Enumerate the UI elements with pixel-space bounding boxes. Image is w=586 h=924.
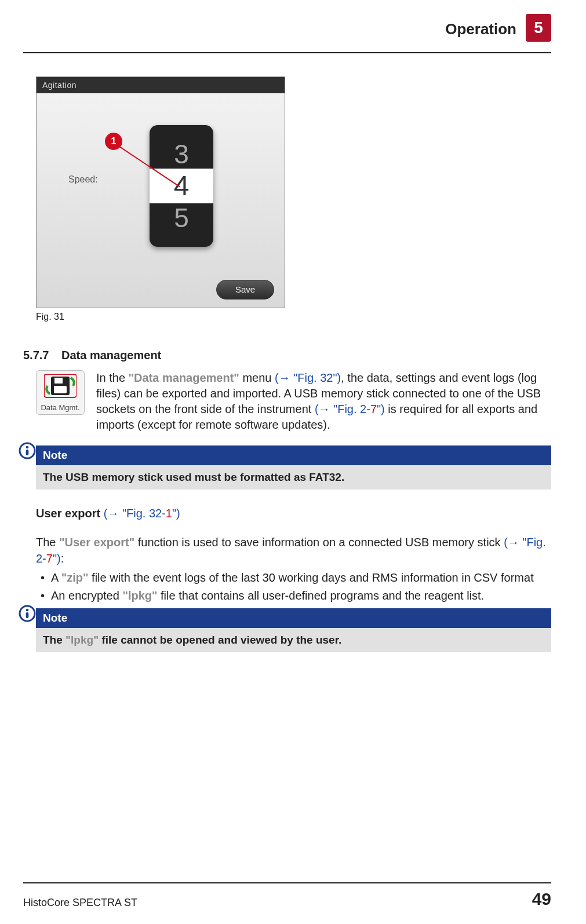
svg-rect-2 [54,378,63,384]
text: The [36,536,59,549]
svg-rect-7 [26,450,29,455]
list-item: An encrypted "lpkg" file that contains a… [41,587,551,605]
note-body: The USB memory stick used must be format… [36,465,551,490]
speed-label: Speed: [68,174,98,185]
panel-body: Speed: 3 4 5 1 Save [37,93,285,308]
section-number: 5.7.7 [23,349,53,362]
note-header: Note [36,445,551,465]
note-header: Note [36,608,551,628]
product-name: HistoCore SPECTRA ST [23,897,137,909]
data-mgmt-icon: Data Mgmt. [36,370,85,415]
text: ") [172,507,180,520]
user-export-paragraph: The "User export" function is used to sa… [36,534,551,567]
page-footer: HistoCore SPECTRA ST 49 [23,882,551,909]
term-zip: "zip" [61,571,89,584]
header-rule [23,52,551,53]
svg-rect-10 [26,612,29,618]
term-lpkg-2: "lpkg" [65,634,99,646]
info-icon [19,442,36,459]
xref-fig-2-7[interactable]: (→ "Fig. 2-7") [315,403,385,415]
list-item: A "zip" file with the event logs of the … [41,569,551,587]
text: menu [239,371,275,384]
page-header: Operation 5 [23,17,551,46]
text: function is used to save information on … [134,536,504,549]
text: file with the event logs of the last 30 … [89,571,534,584]
text: (→ "Fig. 2- [315,403,370,415]
figure-caption: Fig. 31 [36,312,551,322]
text: file cannot be opened and viewed by the … [99,634,341,646]
dial-value-next: 5 [150,203,213,232]
svg-rect-3 [54,386,67,393]
svg-point-9 [26,609,29,612]
bullet-list: A "zip" file with the event logs of the … [41,569,551,605]
save-button[interactable]: Save [216,280,274,300]
text: : [61,552,64,565]
text: 7 [370,403,377,415]
data-mgmt-icon-label: Data Mgmt. [39,403,82,412]
term-data-management: "Data management" [129,371,239,384]
note-block-2: Note The "lpkg" file cannot be opened an… [36,608,551,652]
dial-value-prev: 3 [150,140,213,169]
text: (→ "Fig. 32- [100,507,166,520]
floppy-icon [44,374,77,401]
callout-badge-1: 1 [105,133,122,150]
note-block-1: Note The USB memory stick used must be f… [36,445,551,490]
term-user-export: "User export" [59,536,134,549]
intro-paragraph: In the "Data management" menu (→ "Fig. 3… [96,370,551,433]
xref-fig-32-1[interactable]: (→ "Fig. 32-1") [100,507,180,520]
xref-fig-32[interactable]: (→ "Fig. 32") [275,371,341,384]
text: An encrypted [51,589,122,602]
intro-row: Data Mgmt. In the "Data management" menu… [36,370,551,433]
text: ") [53,552,61,565]
user-export-heading: User export (→ "Fig. 32-1") [36,507,551,520]
section-title: Data management [61,349,161,362]
page-number: 49 [532,889,551,909]
dial-value-selected: 4 [150,169,213,203]
note-body: The "lpkg" file cannot be opened and vie… [36,628,551,652]
figure-agitation-panel: Agitation Speed: 3 4 5 1 Save [36,76,285,308]
header-title: Operation [445,20,516,38]
text: 1 [166,507,172,520]
text: User export [36,507,100,520]
text: ") [377,403,385,415]
section-heading: 5.7.7 Data management [23,349,551,362]
text: file that contains all user-defined prog… [158,589,485,602]
term-lpkg: "lpkg" [122,589,157,602]
text: The [43,634,65,646]
svg-point-6 [26,446,29,449]
text: In the [96,371,129,384]
text: 7 [46,552,53,565]
info-icon [19,605,36,622]
panel-title: Agitation [37,77,285,93]
text: A [51,571,61,584]
speed-dial[interactable]: 3 4 5 [150,125,213,247]
chapter-number-badge: 5 [526,14,551,42]
